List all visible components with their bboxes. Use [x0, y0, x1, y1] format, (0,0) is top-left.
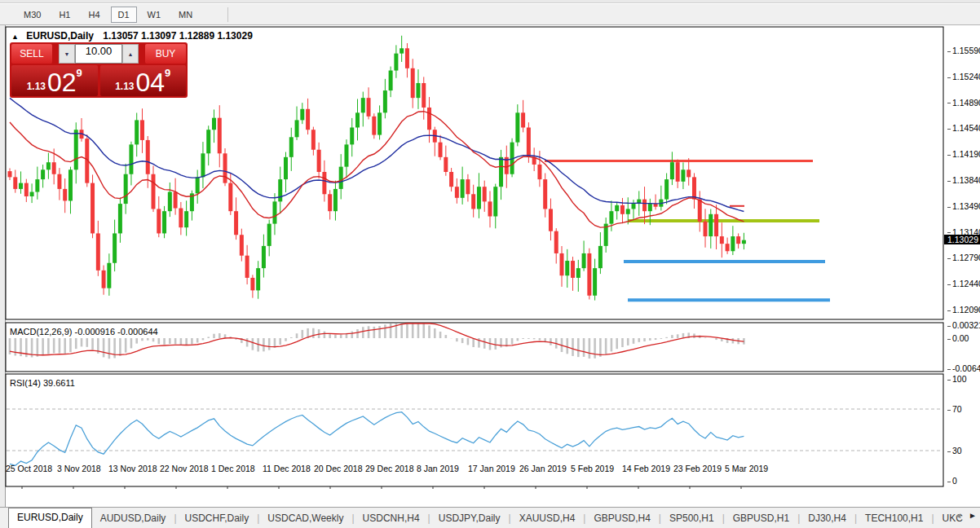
candle-body: [543, 179, 547, 209]
candle-body: [311, 130, 316, 150]
candle-body: [714, 214, 718, 236]
mt4-window: M30H1H4D1W1MN ▲ EURUSD,Daily 1.13057 1.1…: [0, 0, 980, 528]
candle-body: [289, 137, 294, 157]
candle-body: [35, 179, 39, 191]
candle-body: [405, 48, 409, 68]
candle-body: [317, 150, 321, 172]
price-axis-label: 1.13140: [947, 227, 980, 237]
candle-body: [350, 127, 354, 144]
candle-body: [731, 236, 735, 251]
chart-tab-usdcad-weekly[interactable]: USDCAD,Weekly: [259, 509, 351, 528]
candle-body: [174, 192, 178, 209]
chart-tab-dj30-h4[interactable]: DJ30,H4: [800, 509, 854, 528]
candle-body: [57, 174, 61, 189]
candle-body: [367, 98, 371, 117]
candle-body: [582, 253, 586, 268]
indicator-axis-label: -0.006485: [947, 363, 980, 373]
candle-body: [206, 130, 210, 153]
date-axis-label: 20 Dec 2018: [314, 464, 363, 473]
date-axis-label: 13 Nov 2018: [108, 464, 157, 473]
candle-body: [461, 179, 465, 198]
candle-body: [609, 211, 613, 223]
candle-body: [24, 183, 29, 196]
candle-body: [576, 268, 580, 278]
candle-body: [184, 211, 188, 227]
date-axis-label: 26 Jan 2019: [519, 464, 567, 473]
indicator-axis-label: 0: [947, 476, 957, 486]
chart-tab-xauusd-h4[interactable]: XAUUSD,H4: [511, 509, 584, 528]
macd-pane-border: [6, 323, 943, 372]
price-axis-label: 1.13840: [947, 175, 980, 185]
candle-body: [394, 54, 398, 71]
candle-body: [726, 244, 730, 251]
rsi-line: [10, 412, 744, 466]
candle-body: [278, 179, 282, 201]
candle-body: [295, 120, 299, 137]
candle-body: [300, 109, 304, 121]
candle-body: [377, 112, 382, 134]
candle-body: [698, 200, 702, 222]
date-axis-label: 22 Nov 2018: [160, 464, 209, 473]
candle-body: [477, 187, 481, 209]
candle-body: [135, 120, 139, 144]
date-axis-label: 14 Feb 2019: [622, 464, 670, 473]
candle-body: [383, 90, 387, 112]
date-axis-label: 3 Nov 2018: [57, 464, 101, 473]
candle-body: [615, 205, 619, 211]
candle-body: [449, 172, 453, 187]
ma-slow-line: [10, 98, 744, 211]
candle-body: [179, 209, 183, 228]
chart-tab-tech100-h1[interactable]: TECH100,H1: [857, 509, 931, 528]
candle-body: [272, 201, 276, 223]
price-axis-label: 1.14190: [947, 149, 980, 159]
candle-body: [201, 153, 205, 177]
candle-body: [113, 233, 117, 262]
candle-body: [488, 201, 492, 216]
candle-body: [709, 214, 713, 236]
price-axis-label: 1.14890: [947, 98, 980, 108]
chart-tab-eurusd-daily[interactable]: EURUSD,Daily: [8, 508, 92, 528]
candle-body: [344, 144, 348, 166]
chart-tab-audusd-daily[interactable]: AUDUSD,Daily: [92, 509, 174, 528]
chart-canvas[interactable]: [0, 0, 980, 528]
candle-body: [439, 143, 443, 157]
date-axis-label: 11 Dec 2018: [263, 464, 311, 473]
tab-scroll-left-icon[interactable]: ◄: [954, 511, 962, 520]
candle-body: [560, 253, 564, 275]
tab-scroll-right-icon[interactable]: ►: [969, 511, 977, 520]
candle-body: [648, 204, 652, 211]
chart-tabs-bar: EURUSD,DailyAUDUSD,Daily|USDCHF,Daily|US…: [0, 507, 980, 528]
candle-body: [742, 240, 746, 244]
candle-body: [157, 209, 161, 233]
candle-body: [493, 187, 497, 216]
price-axis-label: 1.14540: [947, 123, 980, 133]
candle-body: [339, 167, 343, 189]
candle-body: [162, 211, 166, 233]
chart-tab-gbpusd-h1[interactable]: GBPUSD,H1: [725, 509, 797, 528]
chart-tab-sp500-h1[interactable]: SP500,H1: [661, 509, 722, 528]
chart-tab-gbpusd-h4[interactable]: GBPUSD,H4: [585, 509, 658, 528]
candle-body: [736, 236, 740, 244]
candle-body: [422, 83, 426, 108]
candle-body: [632, 204, 636, 209]
candle-body: [102, 271, 106, 288]
chart-tab-usdcnh-h4[interactable]: USDCNH,H4: [355, 509, 428, 528]
candle-body: [664, 179, 669, 200]
date-axis-label: 17 Jan 2019: [468, 464, 515, 473]
candle-body: [471, 194, 475, 209]
candle-body: [704, 222, 708, 236]
candle-body: [571, 261, 575, 278]
candle-body: [240, 235, 244, 255]
chart-tab-usdchf-daily[interactable]: USDCHF,Daily: [177, 509, 258, 528]
candle-body: [642, 200, 647, 212]
candle-body: [118, 204, 122, 233]
candle-body: [527, 127, 531, 156]
candle-body: [521, 112, 525, 127]
candle-body: [218, 118, 222, 154]
date-axis-label: 5 Mar 2019: [725, 464, 768, 473]
candle-body: [676, 162, 680, 182]
candle-body: [670, 162, 674, 179]
indicator-axis-label: 100: [947, 374, 967, 384]
price-axis-label: 1.12090: [947, 305, 980, 315]
chart-tab-usdjpy-daily[interactable]: USDJPY,Daily: [430, 509, 509, 528]
